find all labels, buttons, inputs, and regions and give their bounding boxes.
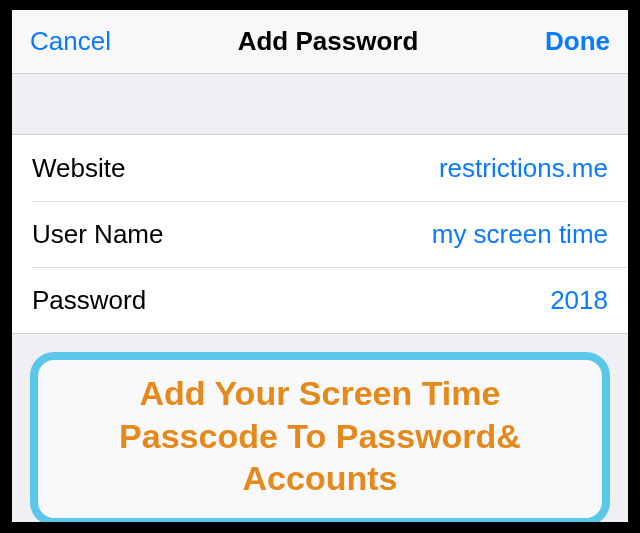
cancel-button[interactable]: Cancel [30, 26, 111, 57]
credential-form: Website User Name Password [12, 134, 628, 334]
done-button[interactable]: Done [545, 26, 610, 57]
callout-text: Add Your Screen Time Passcode To Passwor… [62, 372, 578, 500]
section-spacer [12, 74, 628, 134]
username-row[interactable]: User Name [12, 201, 628, 267]
password-row[interactable]: Password [12, 267, 628, 333]
instruction-callout: Add Your Screen Time Passcode To Passwor… [30, 352, 610, 522]
username-label: User Name [32, 219, 163, 250]
add-password-sheet: Cancel Add Password Done Website User Na… [12, 10, 628, 522]
password-field[interactable] [166, 285, 608, 316]
website-field[interactable] [145, 153, 608, 184]
username-field[interactable] [183, 219, 608, 250]
navigation-bar: Cancel Add Password Done [12, 10, 628, 74]
nav-title: Add Password [111, 26, 545, 57]
website-label: Website [32, 153, 125, 184]
password-label: Password [32, 285, 146, 316]
website-row[interactable]: Website [12, 135, 628, 201]
